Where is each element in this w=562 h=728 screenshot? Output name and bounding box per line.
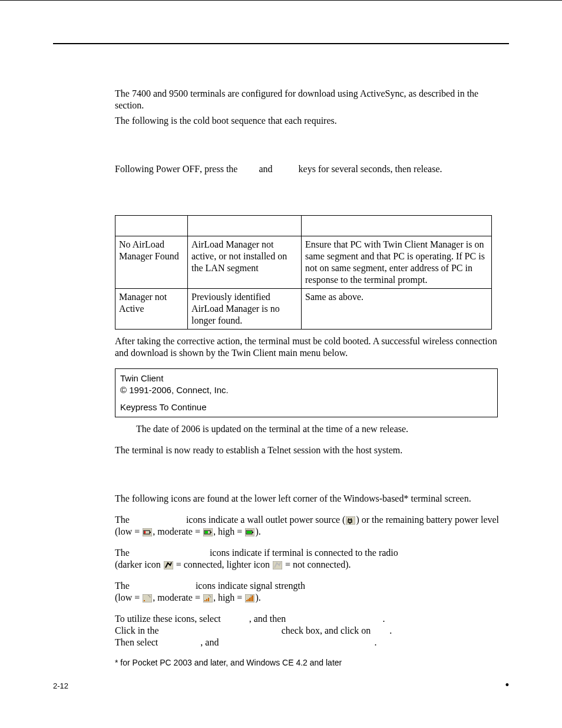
cell-message: No AirLoad Manager Found <box>115 236 188 289</box>
plug-icon <box>346 516 355 525</box>
text: ). <box>255 592 260 602</box>
text: icons indicate a wall outlet power sourc… <box>184 515 346 525</box>
cell-cause: AirLoad Manager not active, or not insta… <box>188 236 302 289</box>
after-table-paragraph: After taking the corrective action, the … <box>115 335 509 359</box>
utilize-paragraph: To utilize these icons, select , and the… <box>115 613 509 648</box>
text: = connected, lighter icon <box>174 559 272 569</box>
text: The <box>115 581 132 591</box>
svg-rect-18 <box>204 600 206 601</box>
table-header <box>188 216 302 236</box>
text: The <box>115 548 132 558</box>
text: icons indicate if terminal is connected … <box>207 548 398 558</box>
ready-paragraph: The terminal is now ready to establish a… <box>115 444 509 456</box>
boot-sequence-line: Following Power OFF, press the and keys … <box>115 163 509 175</box>
note-paragraph: The date of 2006 is updated on the termi… <box>136 423 509 435</box>
text: . <box>382 614 385 624</box>
svg-rect-23 <box>248 599 249 601</box>
text: check box, and click on <box>279 625 373 635</box>
table-row: Manager not Active Previously identified… <box>115 289 492 330</box>
radio-connected-icon <box>164 561 173 569</box>
text: ). <box>255 526 260 536</box>
terminal-line: Twin Client <box>120 373 492 384</box>
svg-rect-25 <box>251 597 252 601</box>
table-header <box>302 216 492 236</box>
signal-moderate-icon <box>203 594 213 602</box>
svg-rect-3 <box>150 532 151 533</box>
table-row: No AirLoad Manager Found AirLoad Manager… <box>115 236 492 289</box>
text: , high = <box>213 592 244 602</box>
svg-rect-7 <box>210 532 211 533</box>
svg-rect-0 <box>346 516 355 525</box>
battery-high-icon <box>245 528 254 536</box>
terminal-line: © 1991-2006, Connect, Inc. <box>120 384 492 396</box>
text: section. <box>115 100 144 110</box>
svg-rect-4 <box>144 531 146 533</box>
svg-rect-14 <box>273 561 282 569</box>
svg-rect-13 <box>164 561 173 569</box>
radio-icons-paragraph: The icons indicate if terminal is connec… <box>115 547 509 571</box>
text: , press the <box>200 164 240 174</box>
svg-rect-26 <box>252 595 253 601</box>
table-header-row <box>115 216 492 236</box>
text-off: OFF <box>183 164 200 174</box>
signal-low-icon <box>143 594 152 602</box>
text: The 7400 and 9500 terminals are configur… <box>115 88 478 98</box>
terminal-screen: Twin Client © 1991-2006, Connect, Inc. K… <box>115 368 498 417</box>
signal-icons-paragraph: The icons indicate signal strength (low … <box>115 580 509 604</box>
svg-rect-22 <box>246 600 247 601</box>
intro-paragraph: The 7400 and 9500 terminals are configur… <box>115 88 509 111</box>
footer-dot-icon: • <box>505 678 509 692</box>
text: , moderate = <box>153 592 203 602</box>
page-footer: 2-12 • <box>53 678 509 692</box>
text: Then select <box>115 637 160 647</box>
svg-rect-16 <box>144 600 145 601</box>
text: . <box>374 637 376 647</box>
svg-rect-11 <box>252 532 253 533</box>
text: , and then <box>249 614 289 624</box>
signal-high-icon <box>245 594 254 602</box>
text: , and <box>200 637 221 647</box>
battery-moderate-icon <box>203 528 213 536</box>
icons-intro: The following icons are found at the low… <box>115 493 509 505</box>
text: . <box>389 625 392 635</box>
text: The <box>115 515 132 525</box>
footnote: * for Pocket PC 2003 and later, and Wind… <box>115 658 509 668</box>
cell-cause: Previously identified AirLoad Manager is… <box>188 289 302 330</box>
page: The 7400 and 9500 terminals are configur… <box>0 0 562 728</box>
page-number: 2-12 <box>53 681 68 691</box>
text: and <box>256 164 275 174</box>
body-content: The 7400 and 9500 terminals are configur… <box>115 88 509 668</box>
battery-low-icon <box>143 528 152 536</box>
intro-paragraph-2: The following is the cold boot sequence … <box>115 115 509 127</box>
top-rule <box>53 43 509 44</box>
table-header <box>115 216 188 236</box>
text: Following Power <box>115 164 183 174</box>
text: Click in the <box>115 625 161 635</box>
troubleshoot-table: No AirLoad Manager Found AirLoad Manager… <box>115 215 492 330</box>
cell-action: Ensure that PC with Twin Client Manager … <box>302 236 492 289</box>
text: icons indicate signal strength <box>193 581 305 591</box>
text: To utilize these icons, select <box>115 614 223 624</box>
text: , high = <box>213 526 244 536</box>
svg-rect-8 <box>205 531 208 533</box>
terminal-line: Keypress To Continue <box>120 401 492 413</box>
cell-message: Manager not Active <box>115 289 188 330</box>
text: (darker icon <box>115 559 163 569</box>
svg-rect-20 <box>208 598 209 601</box>
cell-action: Same as above. <box>302 289 492 330</box>
power-icons-paragraph: The icons indicate a wall outlet power s… <box>115 514 509 538</box>
radio-notconnected-icon <box>273 561 282 569</box>
text: (low = <box>115 592 142 602</box>
svg-rect-24 <box>249 598 250 601</box>
text: keys for several seconds, then release. <box>296 164 442 174</box>
svg-rect-19 <box>206 599 207 601</box>
text: , moderate = <box>153 526 203 536</box>
svg-rect-12 <box>247 531 252 533</box>
text: = not connected). <box>283 559 351 569</box>
